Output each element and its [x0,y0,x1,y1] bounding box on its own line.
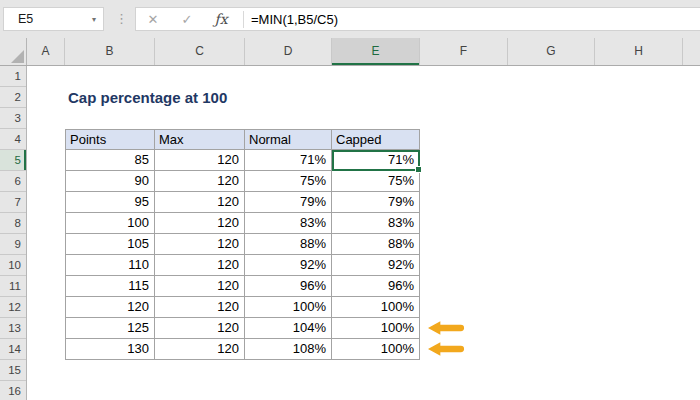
row-header-1[interactable]: 1 [0,66,26,87]
cell-D8[interactable]: 83% [245,213,332,234]
cell-E6[interactable]: 75% [332,171,420,192]
table-row: 10012083%83% [65,213,420,234]
formula-bar: E5 ▾ ⋮ ✕ ✓ ƒx =MIN(1,B5/C5) [0,0,700,38]
table-row: 10512088%88% [65,234,420,255]
cell-D5[interactable]: 71% [245,150,332,171]
table-row: 125120104%100% [65,318,420,339]
formula-input[interactable]: =MIN(1,B5/C5) [244,12,338,27]
column-header-G[interactable]: G [508,38,595,65]
cell-D6[interactable]: 75% [245,171,332,192]
column-header-F[interactable]: F [420,38,508,65]
header-cell-max[interactable]: Max [155,129,245,150]
cell-C5[interactable]: 120 [155,150,245,171]
enter-icon[interactable]: ✓ [170,12,204,27]
cell-D13[interactable]: 104% [245,318,332,339]
selected-cell-border [332,150,420,171]
table-header-row: PointsMaxNormalCapped [65,129,420,150]
cell-E9[interactable]: 88% [332,234,420,255]
cell-D14[interactable]: 108% [245,339,332,360]
cell-C8[interactable]: 120 [155,213,245,234]
column-headers: ABCDEFGH [27,38,700,65]
row-header-8[interactable]: 8 [0,213,26,234]
column-header-E[interactable]: E [332,38,420,65]
sheet-canvas[interactable]: Cap percentage at 100 PointsMaxNormalCap… [27,66,700,400]
row-header-7[interactable]: 7 [0,192,26,213]
excel-window: E5 ▾ ⋮ ✕ ✓ ƒx =MIN(1,B5/C5) ABCDEFGH 123… [0,0,700,400]
row-header-6[interactable]: 6 [0,171,26,192]
callout-arrow-icon [428,341,466,357]
header-cell-normal[interactable]: Normal [245,129,332,150]
cell-C7[interactable]: 120 [155,192,245,213]
table-row: 130120108%100% [65,339,420,360]
cell-B5[interactable]: 85 [65,150,155,171]
header-cell-capped[interactable]: Capped [332,129,420,150]
formula-panel: ✕ ✓ ƒx =MIN(1,B5/C5) [135,7,700,31]
select-all-button[interactable] [0,38,27,65]
table-row: 9512079%79% [65,192,420,213]
row-header-13[interactable]: 13 [0,318,26,339]
cell-C14[interactable]: 120 [155,339,245,360]
cell-C10[interactable]: 120 [155,255,245,276]
column-header-band: ABCDEFGH [0,38,700,66]
row-header-15[interactable]: 15 [0,360,26,381]
callout-arrow-icon [428,320,466,336]
cell-E7[interactable]: 79% [332,192,420,213]
cell-E13[interactable]: 100% [332,318,420,339]
row-header-5[interactable]: 5 [0,150,26,171]
cancel-icon[interactable]: ✕ [136,12,170,27]
column-header-A[interactable]: A [27,38,65,65]
cell-D11[interactable]: 96% [245,276,332,297]
name-box-value: E5 [4,12,92,26]
row-header-2[interactable]: 2 [0,87,26,108]
cell-E8[interactable]: 83% [332,213,420,234]
column-header-C[interactable]: C [155,38,245,65]
row-header-11[interactable]: 11 [0,276,26,297]
cell-B13[interactable]: 125 [65,318,155,339]
gripper-dots-icon: ⋮ [115,7,128,31]
row-header-16[interactable]: 16 [0,381,26,400]
row-header-14[interactable]: 14 [0,339,26,360]
column-header-H[interactable]: H [595,38,683,65]
cell-E10[interactable]: 92% [332,255,420,276]
row-header-4[interactable]: 4 [0,129,26,150]
select-all-triangle-icon [11,50,24,63]
insert-function-icon[interactable]: ƒx [204,11,238,27]
column-header-partial [683,38,700,65]
cell-B8[interactable]: 100 [65,213,155,234]
cell-C6[interactable]: 120 [155,171,245,192]
cell-B10[interactable]: 110 [65,255,155,276]
cell-E12[interactable]: 100% [332,297,420,318]
cell-E11[interactable]: 96% [332,276,420,297]
cell-C11[interactable]: 120 [155,276,245,297]
cell-C13[interactable]: 120 [155,318,245,339]
column-header-D[interactable]: D [245,38,332,65]
table-row: 11512096%96% [65,276,420,297]
cell-D12[interactable]: 100% [245,297,332,318]
column-header-B[interactable]: B [65,38,155,65]
cell-D9[interactable]: 88% [245,234,332,255]
row-header-12[interactable]: 12 [0,297,26,318]
cell-C12[interactable]: 120 [155,297,245,318]
cell-B14[interactable]: 130 [65,339,155,360]
cell-C9[interactable]: 120 [155,234,245,255]
row-headers: 12345678910111213141516 [0,66,27,400]
table-row: 11012092%92% [65,255,420,276]
cell-D7[interactable]: 79% [245,192,332,213]
row-header-10[interactable]: 10 [0,255,26,276]
row-header-3[interactable]: 3 [0,108,26,129]
name-box-dropdown-icon[interactable]: ▾ [92,15,103,24]
table-row: 9012075%75% [65,171,420,192]
cell-B9[interactable]: 105 [65,234,155,255]
cell-E14[interactable]: 100% [332,339,420,360]
fill-handle[interactable] [415,166,422,173]
cell-B2-title[interactable]: Cap percentage at 100 [65,87,227,108]
cell-B12[interactable]: 120 [65,297,155,318]
row-header-9[interactable]: 9 [0,234,26,255]
cell-D10[interactable]: 92% [245,255,332,276]
cell-B6[interactable]: 90 [65,171,155,192]
cell-B11[interactable]: 115 [65,276,155,297]
name-box[interactable]: E5 ▾ [3,7,104,31]
cell-B7[interactable]: 95 [65,192,155,213]
table-row: 120120100%100% [65,297,420,318]
header-cell-points[interactable]: Points [65,129,155,150]
